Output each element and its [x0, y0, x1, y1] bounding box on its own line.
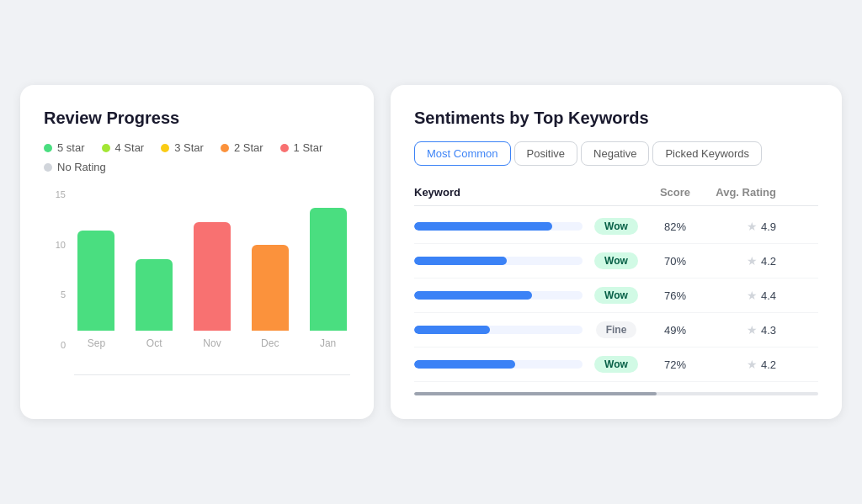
keyword-bar-wrap [414, 326, 583, 334]
bar-month-label: Nov [203, 337, 221, 349]
keyword-bar-wrap [414, 257, 583, 265]
tab-bar: Most CommonPositiveNegativePicked Keywor… [414, 141, 818, 166]
rating-value: ★4.3 [700, 323, 776, 337]
review-progress-title: Review Progress [44, 109, 350, 128]
review-progress-card: Review Progress 5 star4 Star3 Star2 Star… [20, 85, 374, 419]
col-header-score: Score [650, 186, 700, 199]
sentiment-badge-wrap: Wow [583, 218, 650, 235]
bar-group: Oct [132, 259, 177, 349]
bar [194, 222, 231, 331]
legend-label: No Rating [57, 161, 106, 173]
sentiment-badge: Wow [594, 252, 638, 269]
table-header: Keyword Score Avg. Rating [414, 186, 818, 206]
bar-group: Nov [190, 222, 235, 349]
tab-negative[interactable]: Negative [581, 141, 649, 166]
star-icon: ★ [747, 358, 758, 371]
bar-month-label: Dec [261, 337, 279, 349]
dashboard: Review Progress 5 star4 Star3 Star2 Star… [0, 65, 862, 439]
sentiment-badge: Wow [594, 356, 638, 373]
tab-most-common[interactable]: Most Common [414, 141, 511, 166]
bar [77, 231, 114, 331]
keyword-row: Wow70%★4.2 [414, 244, 818, 279]
keyword-bar-fill [414, 222, 552, 231]
chart-area: 051015 SepOctNovDecJan [44, 190, 350, 375]
keyword-bar-fill [414, 360, 515, 369]
rating-number: 4.2 [761, 358, 776, 371]
legend-label: 3 Star [174, 141, 204, 154]
star-icon: ★ [747, 220, 758, 233]
sentiment-badge-wrap: Wow [583, 287, 650, 304]
y-axis-label: 0 [44, 341, 71, 350]
score-value: 49% [650, 324, 700, 337]
sentiments-title: Sentiments by Top Keywords [414, 109, 818, 128]
rating-value: ★4.2 [700, 358, 776, 371]
legend-item: 1 Star [280, 141, 323, 154]
score-value: 70% [650, 255, 700, 268]
bar-month-label: Sep [88, 337, 105, 349]
sentiment-badge: Wow [594, 287, 638, 304]
col-header-keyword: Keyword [414, 186, 583, 199]
rating-number: 4.4 [761, 289, 776, 302]
keyword-bar-wrap [414, 360, 583, 369]
legend: 5 star4 Star3 Star2 Star1 StarNo Rating [44, 141, 350, 173]
legend-dot [44, 163, 52, 172]
star-icon: ★ [747, 289, 758, 302]
legend-item: 4 Star [102, 141, 145, 154]
rating-value: ★4.2 [700, 254, 776, 268]
bars-container: SepOctNovDecJan [74, 190, 350, 375]
legend-label: 4 Star [115, 141, 145, 154]
keyword-bar-wrap [414, 222, 583, 231]
legend-item: 3 Star [161, 141, 204, 154]
score-value: 72% [650, 358, 700, 371]
legend-item: No Rating [44, 161, 106, 173]
legend-dot [161, 144, 169, 152]
bar [136, 259, 173, 331]
legend-dot [44, 144, 52, 152]
keyword-row: Wow82%★4.9 [414, 210, 818, 244]
rating-number: 4.9 [761, 220, 776, 233]
sentiment-badge: Fine [596, 321, 637, 338]
keyword-bar-fill [414, 326, 490, 334]
bar-group: Sep [74, 231, 119, 349]
scrollbar[interactable] [414, 392, 818, 395]
bar-month-label: Jan [320, 337, 336, 349]
score-value: 82% [650, 220, 700, 233]
tab-picked-keywords[interactable]: Picked Keywords [652, 141, 762, 166]
legend-dot [280, 144, 289, 152]
keyword-row: Wow76%★4.4 [414, 279, 818, 313]
legend-label: 5 star [57, 141, 85, 154]
sentiment-badge-wrap: Wow [583, 252, 650, 269]
bar-group: Dec [247, 245, 292, 349]
rating-number: 4.2 [761, 255, 776, 268]
bar [310, 208, 347, 331]
y-axis-label: 15 [44, 190, 71, 199]
sentiment-badge-wrap: Wow [583, 356, 650, 373]
bar-group: Jan [306, 208, 350, 349]
legend-dot [221, 144, 229, 152]
keyword-rows: Wow82%★4.9Wow70%★4.2Wow76%★4.4Fine49%★4.… [414, 210, 818, 382]
y-axis: 051015 [44, 190, 71, 350]
keyword-bar-wrap [414, 291, 583, 300]
keyword-bar-fill [414, 257, 507, 265]
legend-item: 5 star [44, 141, 85, 154]
keyword-row: Wow72%★4.2 [414, 347, 818, 382]
bar [252, 245, 289, 331]
legend-label: 1 Star [294, 141, 323, 154]
legend-label: 2 Star [234, 141, 263, 154]
sentiment-badge: Wow [594, 218, 638, 235]
rating-number: 4.3 [761, 324, 776, 337]
keyword-bar-fill [414, 291, 532, 300]
star-icon: ★ [747, 323, 758, 337]
legend-dot [102, 144, 110, 152]
rating-value: ★4.4 [700, 289, 776, 302]
score-value: 76% [650, 289, 700, 302]
bar-month-label: Oct [146, 337, 162, 349]
sentiment-badge-wrap: Fine [583, 321, 650, 338]
y-axis-label: 5 [44, 290, 71, 300]
tab-positive[interactable]: Positive [514, 141, 578, 166]
col-header-rating: Avg. Rating [700, 186, 776, 199]
rating-value: ★4.9 [700, 220, 776, 233]
y-axis-label: 10 [44, 241, 71, 250]
keyword-row: Fine49%★4.3 [414, 313, 818, 347]
star-icon: ★ [747, 254, 758, 268]
